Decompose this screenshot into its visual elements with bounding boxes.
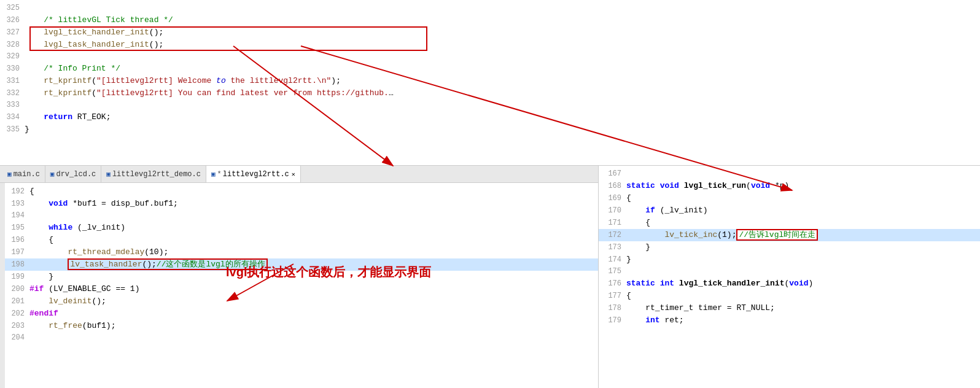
tab-littlevgl2rtt-demo[interactable]: ▣ littlevgl2rtt_demo.c [101, 166, 206, 182]
code-line-329: 329 [0, 51, 980, 63]
line-num-195: 195 [5, 222, 29, 234]
line-content-202: #endif [29, 308, 598, 319]
line-num-326: 326 [0, 15, 25, 26]
code-line-332: 332 rt_kprintf("[littlevgl2rtt] You can … [0, 87, 980, 99]
code-line-331: 331 rt_kprintf("[littlevgl2rtt] Welcome … [0, 75, 980, 87]
top-code-area: 325 326 /* littlevGL Tick thread */ 327 … [0, 0, 980, 148]
tab-label-drv: drv_lcd.c [56, 170, 96, 179]
line-num-328: 328 [0, 39, 25, 51]
line-num-327: 327 [0, 27, 25, 39]
tab-main-c[interactable]: ▣ main.c [2, 166, 45, 182]
code-line-168: 168 static void lvgl_tick_run(void *p) [599, 180, 980, 192]
code-line-334: 334 return RT_EOK; [0, 111, 980, 123]
line-content-172: lv_tick_inc(1);//告诉lvgl时间在走 [626, 229, 980, 241]
code-line-204: 204 [5, 332, 598, 344]
line-num-170: 170 [599, 205, 626, 217]
bottom-tab-bar: ▣ main.c ▣ drv_lcd.c ▣ littlevgl2rtt_dem… [0, 166, 598, 183]
line-content-179: int ret; [626, 314, 980, 326]
code-line-177: 177 { [599, 290, 980, 302]
code-line-333: 333 [0, 99, 980, 111]
tab-icon-main: ▣ [7, 170, 12, 178]
line-content-326: /* littlevGL Tick thread */ [25, 14, 980, 26]
line-num-171: 171 [599, 217, 626, 229]
code-line-201: 201 lv_deinit(); [5, 295, 598, 308]
line-num-329: 329 [0, 51, 25, 63]
line-content-177: { [626, 290, 980, 301]
line-num-197: 197 [5, 247, 29, 258]
line-num-178: 178 [599, 303, 626, 314]
left-code-with-gutter: 192 { 193 void *buf1 = disp_buf.buf1; 19… [0, 183, 598, 388]
code-line-176: 176 static int lvgl_tick_handler_init(vo… [599, 277, 980, 290]
code-line-194: 194 [5, 210, 598, 222]
right-panel: 167 168 static void lvgl_tick_run(void *… [599, 166, 980, 388]
line-num-331: 331 [0, 76, 25, 87]
code-line-171: 171 { [599, 217, 980, 229]
line-num-173: 173 [599, 242, 626, 254]
line-content-327: lvgl_tick_handler_init(); [25, 26, 980, 38]
line-num-174: 174 [599, 254, 626, 266]
line-content-198: lv_task_handler();//这个函数是lvgl的所有操作 [29, 258, 598, 270]
line-num-203: 203 [5, 320, 29, 332]
line-num-169: 169 [599, 193, 626, 204]
line-content-201: lv_deinit(); [29, 295, 598, 307]
line-num-332: 332 [0, 88, 25, 99]
code-line-178: 178 rt_timer_t timer = RT_NULL; [599, 302, 980, 314]
code-line-169: 169 { [599, 192, 980, 204]
line-num-193: 193 [5, 198, 29, 210]
line-num-168: 168 [599, 180, 626, 192]
line-num-192: 192 [5, 186, 29, 198]
line-content-330: /* Info Print */ [25, 63, 980, 74]
line-content-178: rt_timer_t timer = RT_NULL; [626, 302, 980, 314]
line-content-173: } [626, 241, 980, 253]
line-num-204: 204 [5, 332, 29, 344]
tab-label-main: main.c [14, 170, 40, 179]
line-num-179: 179 [599, 315, 626, 327]
boxed-lines-327-328: 327 lvgl_tick_handler_init(); 328 lvgl_t… [0, 26, 980, 51]
line-num-335: 335 [0, 124, 25, 136]
code-line-199: 199 } [5, 271, 598, 283]
main-container: 325 326 /* littlevGL Tick thread */ 327 … [0, 0, 980, 388]
code-line-193: 193 void *buf1 = disp_buf.buf1; [5, 198, 598, 210]
code-line-173: 173 } [599, 241, 980, 254]
tab-label-demo: littlevgl2rtt_demo.c [112, 170, 201, 179]
line-num-202: 202 [5, 308, 29, 320]
code-line-179: 179 int ret; [599, 314, 980, 327]
code-line-326: 326 /* littlevGL Tick thread */ [0, 14, 980, 26]
line-num-177: 177 [599, 290, 626, 302]
code-line-325: 325 [0, 2, 980, 14]
tab-icon-drv: ▣ [50, 170, 55, 178]
line-num-333: 333 [0, 99, 25, 111]
code-line-327: 327 lvgl_tick_handler_init(); [0, 26, 980, 39]
code-line-203: 203 rt_free(buf1); [5, 320, 598, 332]
code-line-196: 196 { [5, 234, 598, 246]
code-line-200: 200 #if (LV_ENABLE_GC == 1) [5, 283, 598, 295]
line-content-168: static void lvgl_tick_run(void *p) [626, 180, 980, 192]
tab-littlevgl2rtt[interactable]: ▣ * littlevgl2rtt.c ✕ [206, 166, 301, 182]
line-num-175: 175 [599, 266, 626, 277]
tab-modified-indicator: * [217, 170, 222, 179]
line-num-330: 330 [0, 63, 25, 75]
line-num-200: 200 [5, 284, 29, 295]
line-content-200: #if (LV_ENABLE_GC == 1) [29, 283, 598, 295]
right-code-content: 167 168 static void lvgl_tick_run(void *… [599, 166, 980, 388]
line-num-325: 325 [0, 2, 25, 14]
line-content-331: rt_kprintf("[littlevgl2rtt] Welcome to t… [25, 75, 980, 87]
line-content-203: rt_free(buf1); [29, 320, 598, 332]
bottom-split: ▣ main.c ▣ drv_lcd.c ▣ littlevgl2rtt_dem… [0, 166, 980, 388]
line-content-195: while (_lv_init) [29, 222, 598, 233]
left-code-content: 192 { 193 void *buf1 = disp_buf.buf1; 19… [5, 183, 598, 388]
line-num-196: 196 [5, 235, 29, 246]
tab-drv-lcd[interactable]: ▣ drv_lcd.c [45, 166, 101, 182]
line-content-170: if (_lv_init) [626, 204, 980, 216]
line-content-197: rt_thread_mdelay(10); [29, 246, 598, 258]
line-content-171: { [626, 217, 980, 228]
code-line-197: 197 rt_thread_mdelay(10); [5, 246, 598, 258]
top-panel: 325 326 /* littlevGL Tick thread */ 327 … [0, 0, 980, 166]
line-num-167: 167 [599, 168, 626, 180]
code-line-198: 198 lv_task_handler();//这个函数是lvgl的所有操作 [5, 258, 598, 271]
tab-close-icon[interactable]: ✕ [292, 171, 295, 178]
line-num-201: 201 [5, 296, 29, 308]
line-content-192: { [29, 185, 598, 197]
line-content-334: return RT_EOK; [25, 111, 980, 123]
line-num-176: 176 [599, 278, 626, 290]
